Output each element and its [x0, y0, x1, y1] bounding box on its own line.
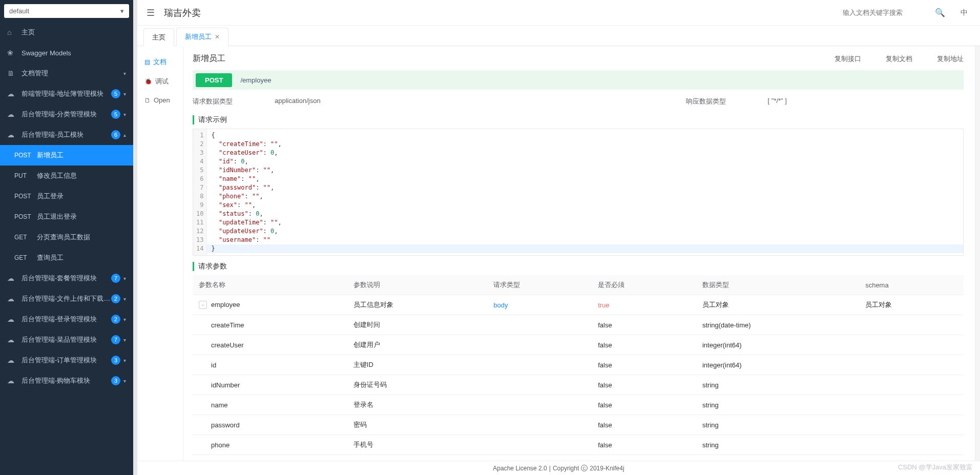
param-required: false — [592, 315, 696, 335]
res-type-label: 响应数据类型 — [686, 97, 768, 106]
sidebar-group[interactable]: ☁后台管理端-订单管理模块3▾ — [0, 350, 133, 370]
sidebar-label: 主页 — [22, 28, 126, 37]
param-row: phone手机号falsestring — [193, 435, 964, 455]
collapse-sidebar-icon[interactable]: ☰ — [147, 7, 155, 18]
sidebar-group[interactable]: ☁后台管理端-登录管理模块2▾ — [0, 309, 133, 329]
count-badge: 2 — [111, 294, 120, 303]
tab-label: 主页 — [152, 33, 165, 42]
param-row: createTime创建时间falsestring(date-time) — [193, 315, 964, 335]
http-method-tag: POST — [14, 152, 37, 159]
doc-body: 新增员工 复制接口 复制文档 复制地址 POST /employee 请求数据类… — [183, 46, 975, 475]
param-name: phone — [193, 435, 347, 455]
tab[interactable]: 新增员工✕ — [176, 28, 228, 46]
param-desc: 员工信息对象 — [347, 295, 488, 315]
param-name: createTime — [193, 315, 347, 335]
section-params-title: 请求参数 — [193, 262, 964, 271]
doc-actions: 复制接口 复制文档 复制地址 — [835, 54, 964, 64]
sidebar-group[interactable]: ☁前端管理端-地址簿管理模块5▾ — [0, 84, 133, 104]
sidebar-group[interactable]: ☁后台管理端-套餐管理模块7▾ — [0, 268, 133, 288]
sidebar-group[interactable]: ☁后台管理端-文件上传和下载模块2▾ — [0, 288, 133, 309]
copy-api-button[interactable]: 复制接口 — [835, 54, 861, 64]
doc-nav-label: Open — [154, 96, 170, 104]
tab[interactable]: 主页 — [143, 28, 174, 46]
param-schema — [859, 375, 964, 395]
doc-nav-open[interactable]: 🗋Open — [137, 91, 183, 109]
param-desc: 密码 — [347, 415, 488, 435]
api-item-label: 员工退出登录 — [37, 212, 77, 221]
sidebar-api-item[interactable]: PUT修改员工信息 — [0, 166, 133, 186]
param-required: false — [592, 335, 696, 355]
sidebar-scrollbar[interactable] — [133, 0, 137, 475]
param-type: integer(int64) — [696, 335, 859, 355]
docmgr-icon: 🗎 — [7, 69, 16, 77]
param-row: -employee员工信息对象bodytrue员工对象员工对象 — [193, 295, 964, 315]
search-input[interactable] — [841, 6, 923, 19]
doc-nav-label: 调试 — [155, 77, 169, 86]
param-name: createUser — [193, 335, 347, 355]
content-scrollbar[interactable] — [975, 46, 980, 475]
param-required: false — [592, 435, 696, 455]
param-required: false — [592, 375, 696, 395]
sidebar-api-item[interactable]: GET查询员工 — [0, 247, 133, 268]
project-select[interactable]: default ▾ — [4, 4, 129, 18]
sidebar-item-swagger[interactable]: ❀ Swagger Models — [0, 43, 133, 63]
search-icon[interactable]: 🔍 — [932, 8, 948, 17]
sidebar-api-item[interactable]: GET分页查询员工数据 — [0, 227, 133, 247]
req-type-value: application/json — [275, 97, 471, 106]
param-in: body — [487, 295, 592, 315]
sidebar-group[interactable]: ☁后台管理端-菜品管理模块7▾ — [0, 329, 133, 350]
param-name: -employee — [193, 295, 347, 315]
collapse-icon[interactable]: - — [199, 301, 207, 309]
copy-doc-button[interactable]: 复制文档 — [886, 54, 912, 64]
sidebar-api-item[interactable]: POST新增员工 — [0, 145, 133, 166]
param-desc: 主键ID — [347, 355, 488, 375]
count-badge: 5 — [111, 89, 120, 98]
chevron-icon: ▴ — [123, 132, 126, 138]
sidebar-group[interactable]: ☁后台管理端-分类管理模块5▾ — [0, 104, 133, 125]
models-icon: ❀ — [7, 49, 16, 57]
sidebar-api-item[interactable]: POST员工登录 — [0, 186, 133, 206]
sidebar: default ▾ ⌂ 主页 ❀ Swagger Models 🗎 文档管理 ▾… — [0, 0, 133, 475]
doc-icon: ▤ — [144, 58, 150, 66]
section-example-title: 请求示例 — [193, 115, 964, 125]
param-row: name登录名falsestring — [193, 395, 964, 415]
cloud-icon: ☁ — [7, 315, 16, 323]
col-desc: 参数说明 — [347, 275, 488, 295]
language-button[interactable]: 中 — [957, 8, 971, 17]
sidebar-group-label: 后台管理端-套餐管理模块 — [22, 274, 111, 283]
doc-nav-doc[interactable]: ▤文档 — [137, 52, 183, 72]
close-icon[interactable]: ✕ — [215, 33, 220, 40]
copyright-icon: C — [581, 465, 588, 471]
params-header-row: 参数名称 参数说明 请求类型 是否必须 数据类型 schema — [193, 275, 964, 295]
sidebar-group[interactable]: ☁后台管理端-员工模块6▴ — [0, 125, 133, 145]
cloud-icon: ☁ — [7, 295, 16, 303]
chevron-icon: ▾ — [123, 317, 126, 322]
request-example-code[interactable]: 1234567891011121314 { "createTime": "", … — [193, 129, 964, 256]
cloud-icon: ☁ — [7, 274, 16, 282]
res-type-value: [ "*/*" ] — [768, 97, 964, 106]
api-bar: POST /employee — [193, 70, 964, 90]
copy-url-button[interactable]: 复制地址 — [937, 54, 964, 64]
sidebar-label: 文档管理 — [22, 69, 123, 78]
col-type: 数据类型 — [696, 275, 859, 295]
param-type: string — [696, 435, 859, 455]
param-type: string(date-time) — [696, 315, 859, 335]
http-method-tag: POST — [14, 193, 37, 200]
sidebar-group-label: 后台管理端-文件上传和下载模块 — [22, 294, 111, 303]
param-in — [487, 395, 592, 415]
doc-nav-bug[interactable]: 🐞调试 — [137, 72, 183, 91]
sidebar-group-label: 后台管理端-菜品管理模块 — [22, 335, 111, 344]
count-badge: 7 — [111, 274, 120, 283]
param-in — [487, 375, 592, 395]
sidebar-api-item[interactable]: POST员工退出登录 — [0, 206, 133, 227]
topbar: ☰ 瑞吉外卖 🔍 中 — [137, 0, 980, 26]
sidebar-group[interactable]: ☁后台管理端-购物车模块3▾ — [0, 370, 133, 391]
param-desc: 手机号 — [347, 435, 488, 455]
col-required: 是否必须 — [592, 275, 696, 295]
count-badge: 7 — [111, 335, 120, 344]
sidebar-item-home[interactable]: ⌂ 主页 — [0, 22, 133, 43]
http-method-tag: PUT — [14, 172, 37, 179]
params-table: 参数名称 参数说明 请求类型 是否必须 数据类型 schema -employe… — [193, 275, 964, 455]
sidebar-item-docmgr[interactable]: 🗎 文档管理 ▾ — [0, 63, 133, 84]
cloud-icon: ☁ — [7, 377, 16, 385]
